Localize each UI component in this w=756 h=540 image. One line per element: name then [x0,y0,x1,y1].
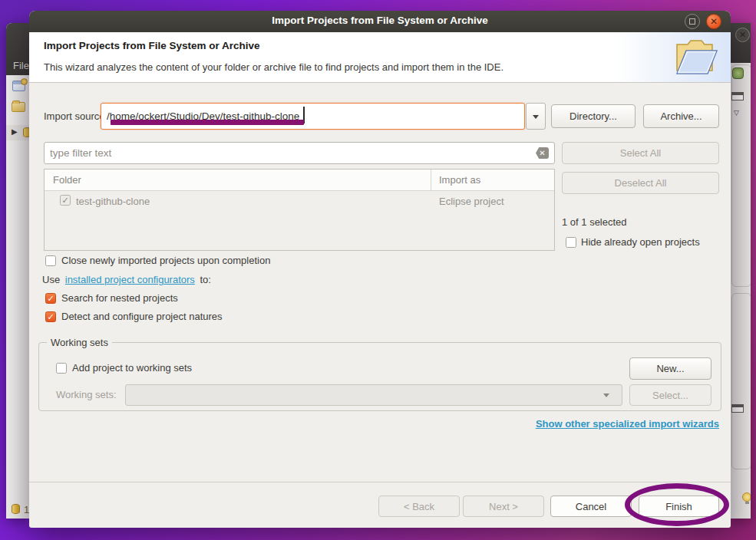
table-row[interactable]: ✓ test-github-clone Eclipse project [45,191,554,211]
select-all-button[interactable]: Select All [562,142,719,164]
background-window-left: File ▶ 1 [6,23,30,519]
annotation-underline [111,120,304,125]
add-working-sets-label[interactable]: Add project to working sets [72,362,192,374]
tree-expander-icon[interactable]: ▶ [12,127,18,136]
wizard-description: This wizard analyzes the content of your… [44,61,503,73]
use-prefix: Use [42,274,60,285]
filter-placeholder: type filter text [50,147,111,159]
filter-input[interactable]: type filter text ✕ [44,142,555,164]
background-window-right: ✕ ▽ [729,23,751,519]
archive-button[interactable]: Archive... [643,104,719,128]
import-source-input[interactable] [101,103,525,130]
chevron-down-icon [533,115,539,119]
column-header-folder[interactable]: Folder [53,174,81,186]
column-header-import-as[interactable]: Import as [439,174,480,186]
chevron-down-icon [603,393,609,397]
open-folder-icon [669,37,720,81]
menu-file[interactable]: File [13,60,29,71]
dialog-titlebar[interactable]: Import Projects from File System or Arch… [29,11,731,32]
projects-table[interactable]: Folder Import as ✓ test-github-clone Ecl… [44,169,555,251]
annotation-ellipse [625,483,729,526]
wizard-title: Import Projects from File System or Arch… [44,40,260,51]
import-source-dropdown-button[interactable] [526,103,546,130]
lightbulb-icon[interactable] [742,492,751,502]
column-divider[interactable] [431,170,431,191]
configurators-line: Use installed project configurators to: [42,274,211,285]
select-working-set-button[interactable]: Select... [629,384,711,406]
hide-open-checkbox[interactable] [566,237,576,248]
import-projects-dialog: Import Projects from File System or Arch… [29,11,731,528]
back-button[interactable]: < Back [378,496,460,517]
close-icon[interactable]: ✕ [735,28,750,42]
database-status-icon [12,504,20,514]
debug-bug-icon[interactable] [732,68,744,79]
view-menu-arrow-icon[interactable]: ▽ [734,109,739,117]
new-working-set-button[interactable]: New... [629,357,711,380]
import-source-label: Import source: [44,110,107,122]
natures-label[interactable]: Detect and configure project natures [61,311,223,322]
working-sets-combo-label: Working sets: [56,389,117,400]
deselect-all-button[interactable]: Deselect All [562,172,719,194]
selection-status: 1 of 1 selected [562,216,627,228]
working-sets-combo[interactable] [125,384,622,406]
new-wizard-icon[interactable] [12,81,25,91]
close-newly-checkbox[interactable] [45,255,56,266]
row-checkbox[interactable]: ✓ [60,195,71,206]
table-header[interactable]: Folder Import as [45,170,554,191]
row-folder-name: test-github-clone [76,196,150,207]
wizard-banner: Import Projects from File System or Arch… [29,32,731,83]
project-explorer-icon[interactable] [12,102,25,112]
nested-label[interactable]: Search for nested projects [61,292,178,304]
close-newly-label[interactable]: Close newly imported projects upon compl… [61,255,270,266]
maximize-button[interactable] [685,14,700,29]
directory-button[interactable]: Directory... [551,104,636,128]
working-sets-legend: Working sets [47,337,112,348]
minimized-panel-outline [731,293,751,469]
other-wizards-link[interactable]: Show other specialized import wizards [536,418,719,430]
use-suffix: to: [200,274,210,285]
add-working-sets-checkbox[interactable] [56,363,67,374]
configurators-link[interactable]: installed project configurators [65,274,195,285]
restore-panel-icon[interactable] [731,404,744,413]
nested-checkbox[interactable]: ✓ [45,293,56,304]
natures-checkbox[interactable]: ✓ [45,311,56,322]
next-button[interactable]: Next > [463,496,544,517]
close-button[interactable]: ✕ [706,14,721,29]
row-import-as: Eclipse project [439,196,504,207]
cancel-button[interactable]: Cancel [550,496,632,517]
hide-open-label[interactable]: Hide already open projects [581,236,700,248]
restore-panel-icon[interactable] [731,92,744,100]
clear-filter-icon[interactable]: ✕ [536,147,549,159]
footer-divider [29,482,731,482]
dialog-title: Import Projects from File System or Arch… [29,15,731,26]
